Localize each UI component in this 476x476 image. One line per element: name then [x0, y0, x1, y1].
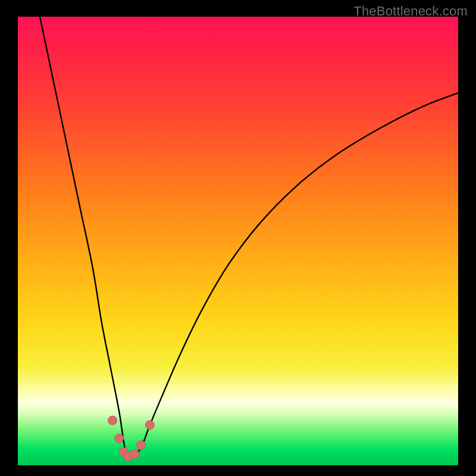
curve-marker — [115, 434, 124, 443]
curve-marker — [137, 441, 146, 450]
bottleneck-chart — [0, 0, 476, 476]
curve-marker — [130, 450, 139, 459]
watermark-text: TheBottleneck.com — [353, 4, 468, 19]
curve-marker — [108, 416, 117, 425]
chart-container: TheBottleneck.com — [0, 0, 476, 476]
curve-marker — [146, 421, 155, 430]
plot-area — [18, 17, 458, 465]
